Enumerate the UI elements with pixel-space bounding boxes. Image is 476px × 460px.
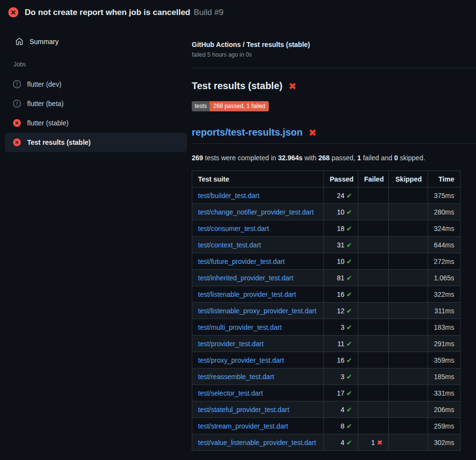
passed-cell: 16✔ [324,286,358,303]
suite-link[interactable]: test/stateful_provider_test.dart [198,406,289,414]
suite-link[interactable]: test/provider_test.dart [198,340,263,348]
table-row: test/consumer_test.dart18✔324ms [192,220,461,237]
suite-link[interactable]: test/context_test.dart [198,241,261,249]
failed-cell [358,187,389,204]
tests-summary-sentence: 269 tests were completed in 32.964s with… [192,154,476,162]
home-icon [15,38,23,46]
suite-link[interactable]: test/multi_provider_test.dart [198,323,282,331]
passed-cell: 10✔ [324,253,358,270]
table-row: test/change_notifier_provider_test.dart1… [192,204,461,220]
suite-cell: test/listenable_provider_test.dart [192,286,324,303]
skipped-cell [389,401,428,418]
passed-cell: 18✔ [324,220,358,237]
suite-link[interactable]: test/proxy_provider_test.dart [198,356,284,364]
skipped-cell [389,418,428,434]
table-row: test/proxy_provider_test.dart16✔359ms [192,352,461,368]
suite-link[interactable]: test/change_notifier_provider_test.dart [198,208,314,216]
passed-cell: 31✔ [324,237,358,253]
time-cell: 291ms [428,336,461,352]
passed-cell: 10✔ [324,204,358,220]
time-cell: 644ms [428,237,461,253]
check-run-content: GitHub Actions / Test results (stable) f… [192,22,476,451]
check-icon: ✔ [346,323,352,331]
failed-cell [358,253,389,270]
column-header-test-suite: Test suite [192,171,324,187]
sidebar-job-flutter-beta[interactable]: flutter (beta) [5,94,187,113]
time-cell: 259ms [428,418,461,434]
count-value: 8 [340,422,344,430]
time-cell: 375ms [428,187,461,204]
skipped-cell [389,368,428,385]
table-row: test/reassemble_test.dart3✔185ms [192,368,461,385]
suite-cell: test/future_provider_test.dart [192,253,324,270]
failed-cell: 1✖ [358,434,389,451]
failed-circle-icon [8,7,18,17]
suite-link[interactable]: test/inherited_provider_test.dart [198,274,293,282]
check-icon: ✔ [346,373,352,381]
sidebar-job-flutter-dev[interactable]: flutter (dev) [5,75,187,94]
summary-number: 1 [357,154,361,162]
failed-circle-icon [13,119,21,127]
suite-link[interactable]: test/future_provider_test.dart [198,258,285,265]
report-file-link[interactable]: reports/test-results.json [192,127,303,138]
suite-link[interactable]: test/consumer_test.dart [198,225,269,232]
check-icon: ✔ [346,439,352,446]
skipped-cell [389,253,428,270]
failed-cell [358,385,389,401]
summary-number: 32.964s [278,154,303,162]
suite-cell: test/multi_provider_test.dart [192,319,324,336]
count-value: 81 [337,274,345,282]
count-value: 17 [337,389,345,397]
time-cell: 324ms [428,220,461,237]
time-cell: 185ms [428,368,461,385]
table-row: test/stateful_provider_test.dart4✔206ms [192,401,461,418]
suite-cell: test/provider_test.dart [192,336,324,352]
skipped-cell [389,352,428,368]
passed-cell: 8✔ [324,418,358,434]
count-value: 4 [340,406,344,414]
check-icon: ✔ [346,241,352,249]
jobs-sidebar: Summary Jobs flutter (dev)flutter (beta)… [0,22,192,152]
suite-link[interactable]: test/reassemble_test.dart [198,373,274,381]
time-cell: 280ms [428,204,461,220]
skipped-cell [389,385,428,401]
count-value: 18 [337,225,345,232]
summary-text: passed, [330,154,357,162]
failed-cell [358,220,389,237]
passed-cell: 3✔ [324,319,358,336]
test-results-table: Test suitePassedFailedSkippedTime test/b… [192,170,461,451]
passed-cell: 17✔ [324,385,358,401]
sidebar-item-summary[interactable]: Summary [5,35,187,48]
summary-text: with [303,154,319,162]
workflow-run-title: Do not create report when job is cancell… [25,8,190,17]
sidebar-job-flutter-stable[interactable]: flutter (stable) [5,113,187,133]
suite-link[interactable]: test/value_listenable_provider_test.dart [198,439,316,446]
failed-cell [358,418,389,434]
check-icon: ✔ [346,274,352,282]
table-row: test/selector_test.dart17✔331ms [192,385,461,401]
suite-link[interactable]: test/builder_test.dart [198,192,260,199]
passed-cell: 16✔ [324,352,358,368]
check-icon: ✔ [346,291,352,298]
suite-link[interactable]: test/selector_test.dart [198,389,263,397]
time-cell: 302ms [428,434,461,451]
summary-number: 269 [192,154,203,162]
check-icon: ✔ [346,307,352,315]
failed-cell [358,286,389,303]
suite-cell: test/context_test.dart [192,237,324,253]
failed-cell [358,401,389,418]
failed-cell [358,336,389,352]
count-value: 1 [371,439,375,446]
suite-cell: test/selector_test.dart [192,385,324,401]
passed-cell: 24✔ [324,187,358,204]
failed-cell [358,204,389,220]
table-header-row: Test suitePassedFailedSkippedTime [192,171,461,187]
count-value: 12 [337,307,345,315]
suite-link[interactable]: test/listenable_proxy_provider_test.dart [198,307,316,315]
suite-link[interactable]: test/stream_provider_test.dart [198,422,288,430]
sidebar-job-test-results-stable[interactable]: Test results (stable) [5,133,187,152]
header-divider [192,68,476,68]
suite-link[interactable]: test/listenable_provider_test.dart [198,291,296,298]
check-run-header: Do not create report when job is cancell… [0,0,476,22]
suite-cell: test/change_notifier_provider_test.dart [192,204,324,220]
